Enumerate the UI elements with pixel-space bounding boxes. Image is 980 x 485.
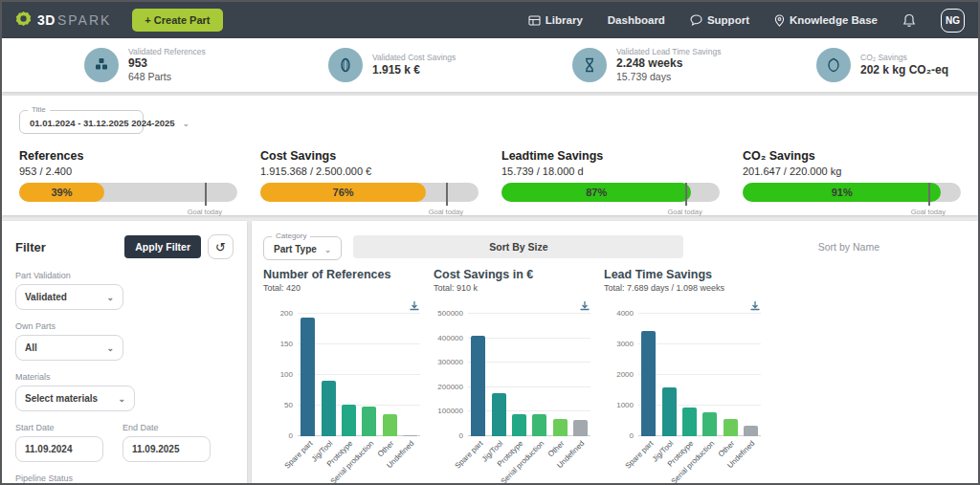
goal-cost-savings: Cost Savings 1.915.368 / 2.500.000 € 76%… (260, 149, 479, 202)
progress-fill: 39% (19, 183, 104, 202)
nav-item-dashboard[interactable]: Dashboard (608, 14, 665, 26)
progress-fill: 91% (743, 183, 941, 202)
field-label: End Date (122, 423, 211, 432)
bar-prototype (342, 405, 356, 436)
gridline (638, 313, 761, 314)
y-axis: 01000200030004000 (604, 314, 638, 436)
part-validation-select[interactable]: Validated⌄ (15, 284, 123, 310)
chart-subtitle: Total: 910 k (434, 283, 604, 293)
plot-area (298, 314, 420, 436)
y-tick-label: 4000 (616, 309, 634, 318)
kpi-label: Validated Lead Time Savings (616, 47, 721, 57)
filter-panel: Filter Apply Filter ↺ Part Validation Va… (2, 221, 247, 483)
kpi-value: 1.915 k € (372, 63, 456, 77)
x-axis-labels: Spare partJig/ToolPrototypeSerial produc… (434, 436, 604, 478)
bar-serial-production (702, 412, 717, 436)
progress-bar: 76% Goal today (260, 183, 479, 202)
chart-subtitle: Total: 420 (263, 283, 434, 293)
nav-item-library[interactable]: Library (528, 14, 583, 26)
goal-marker (205, 183, 207, 206)
chat-icon (690, 14, 702, 26)
start-date-input[interactable]: 11.09.2024 (15, 436, 103, 462)
charts-row: Number of ReferencesTotal: 4200501001502… (263, 268, 967, 478)
goal-co2-savings: CO₂ Savings 201.647 / 220.000 kg 91% Goa… (743, 149, 961, 202)
goal-references: References 953 / 2.400 39% Goal today (19, 149, 237, 202)
bar-other (383, 414, 397, 436)
gridline (468, 386, 590, 387)
progress-bar: 87% Goal today (501, 183, 720, 202)
create-part-button[interactable]: + Create Part (132, 9, 222, 32)
bar-prototype (512, 414, 526, 436)
goal-marker (446, 183, 448, 206)
goals-panel: Title 01.01.2024 - 31.12.2025 2024-2025 … (2, 96, 978, 215)
kpi-label: Validated Cost Savings (372, 53, 456, 63)
y-tick-label: 150 (280, 340, 293, 348)
bar-other (724, 419, 738, 436)
gridline (638, 405, 761, 406)
sort-by-size-button[interactable]: Sort By Size (353, 235, 683, 258)
leaf-icon (816, 48, 851, 82)
cubes-icon (84, 48, 119, 82)
bar-spare-part (301, 318, 315, 436)
field-label: Materials (15, 372, 234, 382)
progress-bar: 39% Goal today (19, 183, 237, 202)
nav-item-knowledge-base[interactable]: Knowledge Base (774, 14, 878, 27)
gridline (298, 405, 420, 406)
goal-marker (685, 183, 687, 206)
chevron-down-icon: ⌄ (106, 343, 114, 353)
bar-serial-production (362, 407, 376, 436)
gridline (298, 313, 420, 314)
apply-filter-button[interactable]: Apply Filter (124, 235, 201, 258)
charts-panel: Category Part Type ⌄ Sort By Size Sort b… (252, 221, 978, 483)
kpi-label: CO₂ Savings (860, 53, 948, 63)
title-select[interactable]: Title 01.01.2024 - 31.12.2025 2024-2025 … (19, 110, 144, 134)
kpi-value: 2.248 weeks (616, 56, 721, 71)
y-tick-label: 50 (284, 401, 293, 409)
field-label: Part Validation (15, 271, 234, 280)
top-navbar: 3D SPARK + Create Part Library Dashboard… (2, 2, 978, 38)
kpi-validated-cost-savings: Validated Cost Savings 1.915 k € (246, 38, 490, 92)
user-avatar[interactable]: NG (941, 9, 965, 33)
own-parts-select[interactable]: All⌄ (15, 335, 123, 361)
notification-bell-icon[interactable] (902, 13, 916, 28)
category-select[interactable]: Category Part Type ⌄ (263, 236, 342, 260)
bar-spare-part (471, 336, 485, 436)
reset-filter-button[interactable]: ↺ (208, 234, 234, 259)
grid-icon (528, 15, 541, 26)
y-tick-label: 200 (280, 309, 293, 318)
kpi-sub: 648 Parts (128, 71, 206, 83)
plot-area (638, 314, 761, 436)
bar-chart-cost-savings-in-: Cost Savings in €Total: 910 k01000002000… (434, 268, 604, 478)
bar-jig-tool (492, 393, 506, 436)
goal-today-label: Goal today (667, 208, 702, 216)
bar-jig-tool (322, 381, 336, 436)
x-axis-labels: Spare partJig/ToolPrototypeSerial produc… (604, 436, 774, 478)
chevron-down-icon: ⌄ (106, 293, 114, 302)
field-label: Start Date (15, 423, 103, 432)
end-date-input[interactable]: 11.09.2025 (122, 436, 211, 462)
brand-logo[interactable]: 3D SPARK (15, 11, 111, 31)
y-tick-label: 2000 (616, 370, 634, 379)
kpi-value: 953 (128, 56, 206, 71)
gridline (468, 362, 590, 363)
goal-marker (928, 183, 930, 206)
sort-by-name-button[interactable]: Sort by Name (683, 241, 980, 253)
progress-fill: 76% (260, 183, 426, 202)
bar-undefined (744, 426, 758, 436)
materials-select[interactable]: Select materials⌄ (15, 386, 135, 411)
y-axis: 050100150200 (263, 314, 298, 436)
y-tick-label: 500000 (437, 309, 463, 318)
bar-chart-number-of-references: Number of ReferencesTotal: 4200501001502… (263, 268, 434, 478)
progress-fill: 87% (501, 183, 691, 202)
chart-subtitle: Total: 7.689 days / 1.098 weeks (604, 283, 774, 293)
goal-leadtime-savings: Leadtime Savings 15.739 / 18.000 d 87% G… (501, 149, 720, 202)
gridline (638, 374, 761, 375)
nav-item-support[interactable]: Support (690, 14, 749, 26)
filter-title: Filter (15, 240, 46, 254)
field-label: Pipeline Status (15, 474, 234, 483)
spark-logo-icon (15, 11, 32, 31)
chart-title: Lead Time Savings (604, 268, 774, 281)
chart-title: Cost Savings in € (434, 268, 604, 281)
app-root: { "navbar": { "brand": { "bold": "3D", "… (0, 0, 980, 485)
goal-today-label: Goal today (911, 208, 946, 216)
